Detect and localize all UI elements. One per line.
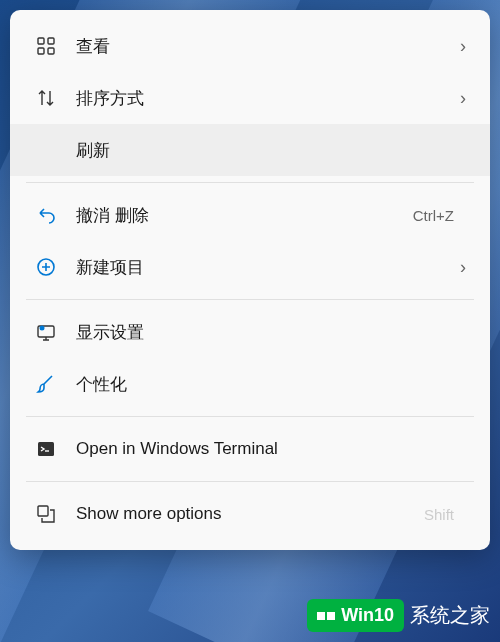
chevron-right-icon: › (460, 36, 466, 57)
menu-item-sort[interactable]: 排序方式 › (10, 72, 490, 124)
menu-label: 撤消 删除 (76, 204, 413, 227)
svg-rect-2 (38, 48, 44, 54)
menu-divider (26, 416, 474, 417)
menu-label: Open in Windows Terminal (76, 439, 466, 459)
desktop-context-menu: 查看 › 排序方式 › 刷新 撤消 删除 Ctrl+Z (10, 10, 490, 550)
menu-label: 查看 (76, 35, 460, 58)
menu-divider (26, 182, 474, 183)
display-settings-icon (34, 320, 58, 344)
grid-icon (34, 34, 58, 58)
menu-label: 个性化 (76, 373, 466, 396)
svg-rect-7 (38, 442, 54, 456)
svg-rect-0 (38, 38, 44, 44)
chevron-right-icon: › (460, 257, 466, 278)
menu-item-view[interactable]: 查看 › (10, 20, 490, 72)
svg-rect-1 (48, 38, 54, 44)
menu-label: 新建项目 (76, 256, 460, 279)
watermark: Win10 系统之家 (307, 599, 490, 632)
watermark-text: 系统之家 (410, 602, 490, 629)
add-circle-icon (34, 255, 58, 279)
watermark-badge-text: Win10 (341, 605, 394, 626)
brush-icon (34, 372, 58, 396)
menu-label: 显示设置 (76, 321, 466, 344)
menu-shortcut: Ctrl+Z (413, 207, 454, 224)
more-options-icon (34, 502, 58, 526)
terminal-icon (34, 437, 58, 461)
undo-icon (34, 203, 58, 227)
menu-label: 刷新 (76, 139, 466, 162)
sort-icon (34, 86, 58, 110)
menu-divider (26, 299, 474, 300)
watermark-badge: Win10 (307, 599, 404, 632)
menu-shortcut: Shift+F10 (424, 506, 454, 523)
menu-item-display-settings[interactable]: 显示设置 (10, 306, 490, 358)
menu-item-personalize[interactable]: 个性化 (10, 358, 490, 410)
blank-icon (34, 138, 58, 162)
menu-item-new[interactable]: 新建项目 › (10, 241, 490, 293)
menu-label: 排序方式 (76, 87, 460, 110)
svg-rect-8 (38, 506, 48, 516)
svg-rect-3 (48, 48, 54, 54)
menu-item-more-options[interactable]: Show more options Shift+F10 (10, 488, 490, 540)
menu-item-terminal[interactable]: Open in Windows Terminal (10, 423, 490, 475)
menu-label: Show more options (76, 504, 424, 524)
menu-divider (26, 481, 474, 482)
chevron-right-icon: › (460, 88, 466, 109)
menu-item-undo[interactable]: 撤消 删除 Ctrl+Z (10, 189, 490, 241)
menu-item-refresh[interactable]: 刷新 (10, 124, 490, 176)
svg-point-6 (40, 326, 45, 331)
